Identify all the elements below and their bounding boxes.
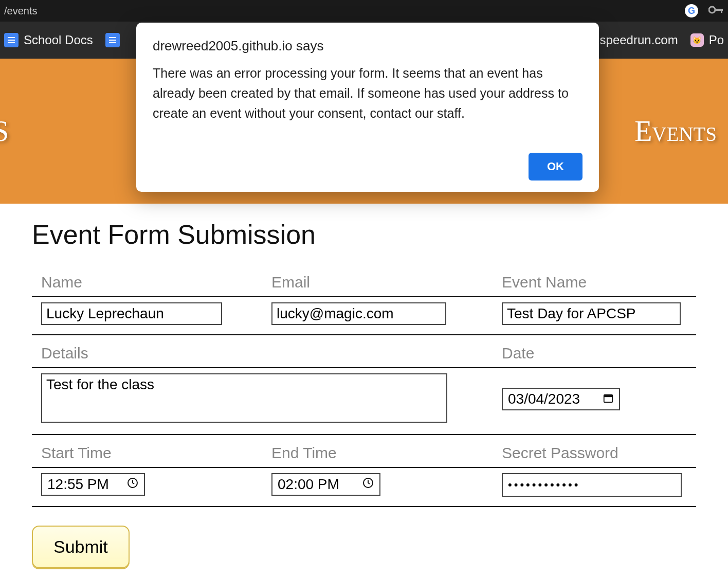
doc-icon — [105, 33, 120, 47]
bookmark-label: Po — [709, 33, 724, 47]
submit-button[interactable]: Submit — [32, 526, 130, 568]
nav-left-fragment: S — [0, 115, 11, 148]
page-title: Event Form Submission — [32, 219, 696, 250]
label-start-time: Start Time — [41, 444, 112, 461]
label-password: Secret Password — [502, 444, 618, 461]
bookmark-label: School Docs — [24, 33, 93, 47]
date-input[interactable]: 03/04/2023 — [502, 388, 620, 410]
key-icon[interactable] — [708, 5, 724, 17]
password-input[interactable] — [502, 473, 682, 497]
start-time-input[interactable]: 12:55 PM — [41, 473, 145, 496]
pixel-icon: 😺 — [690, 33, 704, 47]
label-date: Date — [502, 345, 534, 362]
nav-events[interactable]: Events — [632, 115, 719, 148]
start-time-value: 12:55 PM — [47, 476, 119, 493]
google-icon[interactable]: G — [685, 4, 698, 17]
event-form: Name Email Event Name Details Date 03/04… — [32, 264, 696, 507]
bookmark-speedrun[interactable]: speedrun.com — [600, 33, 678, 47]
svg-rect-2 — [721, 9, 722, 13]
end-time-input[interactable]: 02:00 PM — [271, 473, 380, 496]
label-details: Details — [41, 345, 88, 362]
main-content: Event Form Submission Name Email Event N… — [0, 204, 728, 577]
calendar-icon[interactable] — [603, 391, 614, 407]
end-time-value: 02:00 PM — [278, 476, 355, 493]
email-input[interactable] — [271, 302, 446, 325]
alert-message: There was an error processing your form.… — [153, 63, 583, 123]
svg-rect-4 — [604, 395, 613, 398]
label-name: Name — [41, 274, 82, 291]
bookmark-item[interactable] — [105, 33, 120, 47]
alert-site-title: drewreed2005.github.io says — [153, 38, 583, 54]
url-fragment: /events — [4, 5, 685, 17]
event-name-input[interactable] — [502, 302, 681, 325]
bookmark-po[interactable]: 😺 Po — [690, 33, 724, 47]
details-textarea[interactable] — [41, 373, 447, 423]
doc-icon — [4, 33, 19, 47]
alert-dialog: drewreed2005.github.io says There was an… — [136, 23, 599, 192]
alert-ok-button[interactable]: OK — [529, 153, 583, 181]
label-email: Email — [271, 274, 310, 291]
browser-url-bar: /events G — [0, 0, 728, 22]
label-event-name: Event Name — [502, 274, 587, 291]
clock-icon[interactable] — [362, 476, 374, 493]
bookmark-school-docs[interactable]: School Docs — [4, 33, 93, 47]
bookmark-label: speedrun.com — [600, 33, 678, 47]
svg-point-0 — [709, 7, 715, 13]
date-value: 03/04/2023 — [508, 391, 595, 407]
clock-icon[interactable] — [126, 476, 139, 493]
label-end-time: End Time — [271, 444, 337, 461]
name-input[interactable] — [41, 302, 222, 325]
